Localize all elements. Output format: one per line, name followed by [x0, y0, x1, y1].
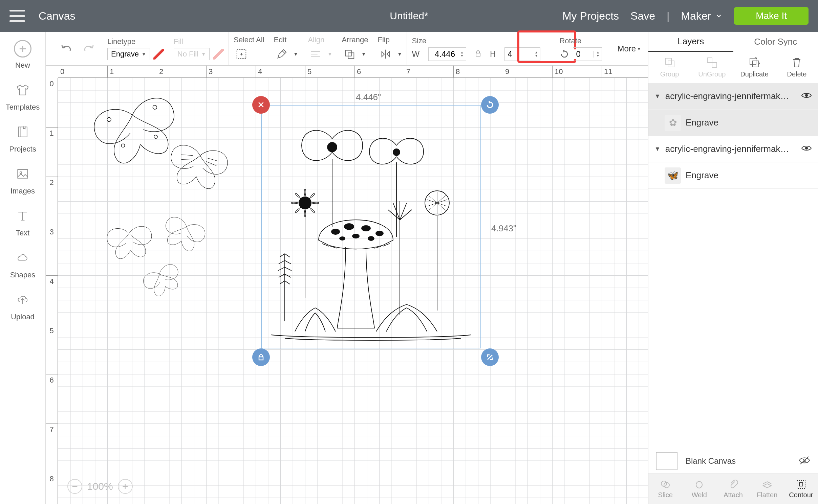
group-button[interactable]: Group: [648, 52, 691, 83]
edit-button[interactable]: [274, 46, 289, 62]
my-projects-link[interactable]: My Projects: [562, 10, 619, 22]
contour-button[interactable]: Contour: [784, 474, 818, 504]
ruler-tick: 1: [46, 127, 58, 138]
width-label: W: [412, 49, 419, 59]
selection-lock-handle[interactable]: [252, 348, 270, 366]
machine-select[interactable]: Maker: [681, 10, 723, 22]
layer-name: acrylic-engraving-jennifermak…: [665, 144, 796, 154]
rotate-label: Rotate: [559, 37, 602, 45]
chevron-down-icon: ▼: [397, 51, 402, 57]
chevron-down-icon: ▼: [142, 51, 146, 57]
vertical-ruler: 012345678: [46, 78, 58, 504]
canvas-area: 01234567891011 012345678: [46, 66, 648, 504]
layer-item-sub[interactable]: 🦋 Engrave: [648, 162, 818, 189]
svg-rect-6: [476, 53, 480, 56]
step-up-icon[interactable]: ▲: [458, 51, 466, 54]
ungroup-button[interactable]: UnGroup: [691, 52, 733, 83]
flip-button[interactable]: [378, 46, 393, 62]
delete-button[interactable]: Delete: [776, 52, 818, 83]
redo-button[interactable]: [82, 41, 95, 56]
sidebar-shapes[interactable]: Shapes: [10, 248, 36, 279]
step-up-icon[interactable]: ▲: [532, 51, 540, 54]
arrange-button[interactable]: [342, 46, 357, 62]
more-menu[interactable]: More ▼: [617, 32, 641, 65]
canvas[interactable]: ✕ 4.446" 4.943" − 100% +: [58, 78, 648, 504]
flatten-button[interactable]: Flatten: [750, 474, 784, 504]
selection-rotate-handle[interactable]: [481, 96, 499, 114]
upload-icon: [13, 290, 32, 309]
layer-item-sub[interactable]: ✿ Engrave: [648, 110, 818, 136]
make-it-button[interactable]: Make It: [734, 7, 809, 25]
sidebar-label: Images: [10, 187, 35, 196]
ruler-tick: 1: [107, 66, 114, 77]
rotate-group: Rotate ▲▼: [555, 32, 607, 65]
ruler-tick: 4: [256, 66, 262, 77]
menu-button[interactable]: [9, 10, 25, 22]
size-group: Size W ▲▼ H ▲▼: [407, 32, 545, 65]
separator: |: [667, 10, 669, 22]
fill-value: No Fill: [177, 50, 198, 59]
zoom-out-button[interactable]: −: [67, 479, 82, 494]
step-down-icon[interactable]: ▼: [532, 54, 540, 58]
sidebar-upload[interactable]: Upload: [11, 290, 35, 321]
blank-canvas-label: Blank Canvas: [686, 456, 790, 466]
width-field[interactable]: [429, 49, 458, 59]
selection-resize-handle[interactable]: [481, 348, 499, 366]
slice-button[interactable]: Slice: [648, 474, 682, 504]
tab-color-sync[interactable]: Color Sync: [733, 32, 818, 52]
visibility-off-icon[interactable]: [798, 456, 811, 466]
svg-point-31: [352, 234, 359, 238]
save-link[interactable]: Save: [630, 10, 655, 22]
step-down-icon[interactable]: ▼: [458, 54, 466, 58]
ruler-tick: 8: [46, 473, 58, 483]
svg-point-30: [376, 231, 383, 236]
ruler-tick: 3: [206, 66, 213, 77]
attach-button[interactable]: Attach: [716, 474, 750, 504]
rotate-input[interactable]: ▲▼: [573, 47, 602, 61]
select-all-button[interactable]: [234, 46, 249, 62]
tab-layers[interactable]: Layers: [648, 32, 733, 52]
selection-delete-handle[interactable]: ✕: [252, 96, 270, 114]
sidebar-text[interactable]: Text: [13, 206, 32, 237]
visibility-toggle[interactable]: [801, 91, 812, 101]
linetype-select[interactable]: Engrave ▼: [107, 48, 150, 60]
sidebar-templates[interactable]: Templates: [6, 81, 40, 112]
svg-point-26: [299, 197, 311, 209]
zoom-value: 100%: [87, 481, 113, 492]
canvas-swatch[interactable]: [656, 452, 677, 470]
selection-height-label: 4.943": [491, 223, 516, 234]
ruler-tick: 6: [354, 66, 361, 77]
rotate-field[interactable]: [573, 49, 594, 59]
svg-rect-19: [799, 483, 803, 486]
height-input[interactable]: ▲▼: [504, 47, 540, 61]
sidebar-projects[interactable]: Projects: [9, 122, 36, 154]
step-down-icon[interactable]: ▼: [594, 54, 602, 58]
artwork-butterflies[interactable]: [92, 91, 247, 301]
layer-item-header[interactable]: ▼ acrylic-engraving-jennifermak…: [648, 136, 818, 162]
ruler-tick: 7: [404, 66, 410, 77]
ruler-tick: 7: [46, 423, 58, 434]
weld-button[interactable]: Weld: [682, 474, 716, 504]
ruler-tick: 11: [602, 66, 612, 77]
sidebar-new[interactable]: + New: [14, 40, 31, 70]
sidebar-images[interactable]: Images: [10, 164, 35, 196]
horizontal-ruler: 01234567891011: [58, 66, 648, 78]
width-input[interactable]: ▲▼: [428, 47, 466, 61]
svg-rect-18: [797, 480, 805, 488]
chevron-down-icon: ▼: [201, 51, 206, 57]
ruler-tick: 9: [503, 66, 509, 77]
fill-group: Fill No Fill ▼: [169, 32, 229, 65]
lock-aspect[interactable]: [473, 49, 483, 59]
height-field[interactable]: [505, 49, 532, 59]
artwork-flowers[interactable]: [264, 108, 478, 345]
linetype-swatch[interactable]: [153, 49, 164, 60]
layer-item-header[interactable]: ▼ acrylic-engraving-jennifermak…: [648, 83, 818, 110]
ruler-tick: 2: [157, 66, 163, 77]
undo-button[interactable]: [60, 41, 73, 56]
chevron-down-icon: ▼: [327, 51, 332, 57]
visibility-toggle[interactable]: [801, 144, 812, 154]
step-up-icon[interactable]: ▲: [594, 51, 602, 54]
duplicate-button[interactable]: Duplicate: [733, 52, 776, 83]
blank-canvas-footer: Blank Canvas: [648, 448, 818, 474]
zoom-in-button[interactable]: +: [118, 479, 133, 494]
